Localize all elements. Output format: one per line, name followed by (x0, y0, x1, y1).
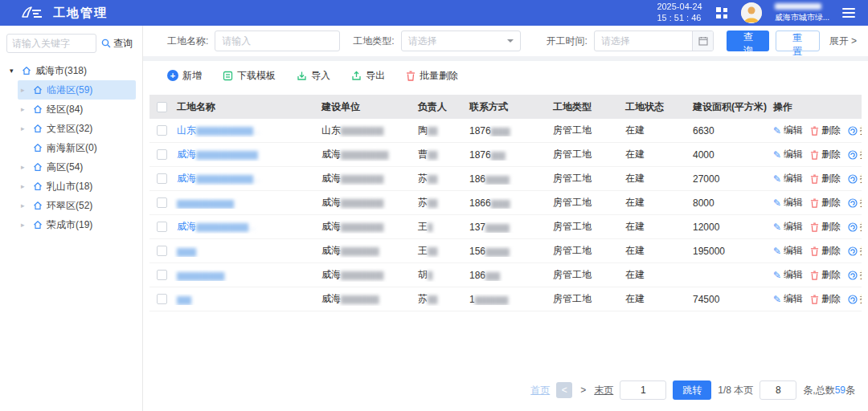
trash-icon (406, 71, 416, 81)
table-row: ██████████ 威海█████████ 胡█ 186███ 房管工地 在建… (149, 263, 862, 287)
add-button[interactable]: + 新增 (167, 69, 202, 83)
site-name-link[interactable]: ███ (177, 294, 191, 305)
edit-button[interactable]: ✎编辑 (773, 268, 803, 282)
site-name-link[interactable]: ████████████ (177, 197, 234, 209)
apps-grid-icon[interactable] (715, 6, 728, 19)
col-person: 负责人 (415, 100, 466, 114)
site-name-link[interactable]: 威海███████████… (177, 221, 255, 232)
page-size-input[interactable] (760, 380, 796, 400)
caret-right-icon[interactable]: ▸ (21, 86, 29, 94)
site-name-input[interactable] (215, 31, 340, 51)
dust-button[interactable]: 扬尘 (848, 220, 862, 234)
batch-delete-button[interactable]: 批量删除 (406, 69, 458, 83)
prev-page-button[interactable]: < (556, 382, 572, 398)
row-checkbox[interactable] (157, 149, 167, 160)
trash-icon (810, 150, 819, 160)
page-info: 1/8 本页 (718, 384, 753, 397)
last-page-link[interactable]: 末页 (594, 384, 613, 397)
download-template-button[interactable]: 下载模板 (223, 69, 276, 83)
next-page-button[interactable]: > (579, 385, 588, 396)
edit-button[interactable]: ✎编辑 (773, 244, 803, 258)
reset-button[interactable]: 重置 (776, 31, 820, 51)
caret-right-icon[interactable]: ▸ (21, 201, 29, 210)
tree-item-label: 临港区(59) (47, 83, 92, 97)
site-name-link[interactable]: 山东████████████… (177, 124, 260, 136)
delete-button[interactable]: 删除 (810, 268, 841, 282)
edit-icon: ✎ (773, 149, 781, 161)
caret-right-icon[interactable]: ▸ (21, 221, 29, 229)
delete-button[interactable]: 删除 (810, 196, 841, 210)
delete-button[interactable]: 删除 (810, 220, 841, 234)
site-type-select[interactable]: 请选择 (401, 31, 521, 51)
avatar[interactable] (741, 2, 762, 23)
dust-button[interactable]: 扬尘 (848, 124, 862, 137)
pagination: 首页 < > 末页 跳转 1/8 本页 条,总数59条 (143, 380, 868, 411)
row-checkbox[interactable] (157, 246, 167, 256)
import-button[interactable]: 导入 (297, 69, 330, 83)
tree-item[interactable]: ▸ 临港区(59) (18, 80, 136, 100)
caret-down-icon[interactable]: ▾ (10, 67, 18, 75)
caret-right-icon[interactable]: ▸ (21, 124, 29, 132)
dust-button[interactable]: 扬尘 (848, 292, 862, 306)
keyword-input[interactable] (6, 34, 96, 53)
edit-button[interactable]: ✎编辑 (773, 292, 803, 306)
site-name-link[interactable]: ████ (177, 246, 196, 257)
edit-button[interactable]: ✎编辑 (773, 148, 803, 161)
dust-button[interactable]: 扬尘 (848, 244, 862, 258)
delete-button[interactable]: 删除 (810, 244, 841, 258)
site-name-link[interactable]: 威海█████████████ (177, 149, 257, 160)
delete-button[interactable]: 删除 (810, 148, 841, 161)
dust-button[interactable]: 扬尘 (848, 196, 862, 210)
expand-link[interactable]: 展开 > (829, 35, 857, 48)
menu-icon[interactable] (842, 8, 855, 18)
tree-item[interactable]: ▸ 乳山市(18) (18, 177, 136, 196)
table-header-row: 工地名称 建设单位 负责人 联系方式 工地类型 工地状态 建设面积(平方米) 操… (149, 95, 862, 119)
phone-cell: 137█████ (466, 222, 550, 233)
site-name-link[interactable]: ██████████ (177, 270, 224, 281)
type-cell: 房管工地 (550, 148, 622, 161)
start-time-label: 开工时间: (547, 35, 588, 48)
delete-button[interactable]: 删除 (810, 292, 841, 306)
site-name-link[interactable]: 威海████████████… (177, 173, 260, 184)
row-checkbox[interactable] (157, 222, 167, 232)
user-info[interactable]: 威海市城市绿... (775, 3, 829, 23)
tree-item[interactable]: ▸ 南海新区(0) (18, 138, 136, 157)
jump-button[interactable]: 跳转 (673, 380, 711, 400)
tree-item[interactable]: ▸ 高区(54) (18, 157, 136, 177)
row-checkbox[interactable] (157, 173, 167, 184)
redacted-text: ██ (428, 175, 437, 183)
phone-cell: 1866████ (466, 197, 550, 209)
caret-right-icon[interactable]: ▸ (21, 163, 29, 171)
dust-button[interactable]: 扬尘 (848, 268, 862, 282)
start-time-picker[interactable]: 请选择 (594, 31, 714, 51)
sidebar-search-button[interactable]: 查询 (101, 37, 133, 51)
row-checkbox[interactable] (157, 294, 167, 304)
dust-button[interactable]: 扬尘 (848, 148, 862, 161)
tree-item[interactable]: ▸ 经区(84) (18, 100, 136, 119)
first-page-link[interactable]: 首页 (530, 384, 550, 397)
row-checkbox[interactable] (157, 270, 167, 280)
row-checkbox[interactable] (157, 125, 167, 136)
edit-button[interactable]: ✎编辑 (773, 220, 803, 234)
search-button[interactable]: 查询 (727, 31, 769, 51)
select-all-checkbox[interactable] (157, 102, 167, 112)
tree-item-root[interactable]: ▾ 威海市(318) (6, 61, 136, 80)
edit-button[interactable]: ✎编辑 (773, 124, 803, 137)
tree-item[interactable]: ▸ 文登区(32) (18, 119, 136, 138)
caret-right-icon[interactable]: ▸ (21, 182, 29, 190)
tree-item[interactable]: ▸ 荣成市(19) (18, 215, 136, 234)
status-cell: 在建 (622, 196, 690, 210)
builder-cell: 威海█████████ (318, 196, 415, 210)
delete-button[interactable]: 删除 (810, 172, 841, 185)
tree-item[interactable]: ▸ 环翠区(52) (18, 196, 136, 215)
edit-icon: ✎ (773, 270, 781, 281)
row-checkbox[interactable] (157, 197, 167, 208)
edit-button[interactable]: ✎编辑 (773, 172, 803, 185)
delete-button[interactable]: 删除 (810, 124, 841, 137)
page-jump-input[interactable] (620, 380, 666, 400)
edit-button[interactable]: ✎编辑 (773, 196, 803, 210)
caret-right-icon[interactable]: ▸ (21, 105, 29, 113)
export-button[interactable]: 导出 (351, 69, 385, 83)
type-cell: 房管工地 (550, 124, 622, 137)
dust-button[interactable]: 扬尘 (848, 172, 862, 185)
